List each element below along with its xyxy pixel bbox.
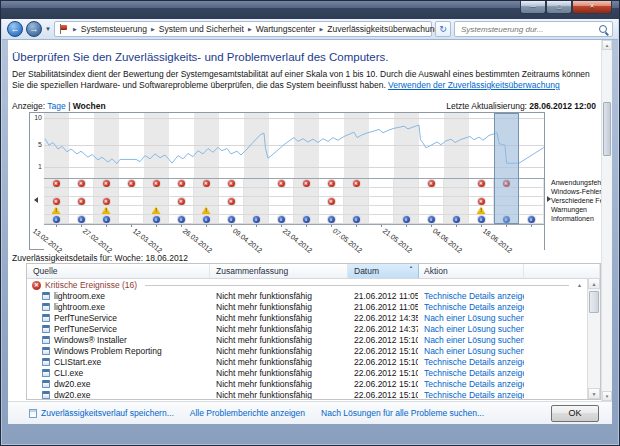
- table-row[interactable]: lightroom.exeNicht mehr funktionsfähig21…: [27, 290, 587, 301]
- event-cell: i: [444, 215, 469, 224]
- minimize-button[interactable]: —: [520, 1, 546, 14]
- error-icon: ✕: [78, 180, 85, 187]
- breadcrumb[interactable]: ▶Systemsteuerung▶System und Sicherheit▶W…: [54, 21, 432, 37]
- table-row[interactable]: CLI.exeNicht mehr funktionsfähig22.06.20…: [27, 367, 587, 378]
- action-link[interactable]: Technische Details anzeigen: [424, 291, 524, 301]
- info-icon: i: [528, 216, 535, 223]
- error-icon: ✕: [178, 180, 185, 187]
- group-label: Kritische Ereignisse (16): [45, 280, 137, 290]
- back-button[interactable]: ←: [7, 21, 23, 37]
- column-header-quelle[interactable]: Quelle: [27, 264, 210, 278]
- source-cell: lightroom.exe: [27, 302, 210, 312]
- chart-plot[interactable]: [44, 113, 544, 178]
- table-scroll-down-icon[interactable]: ▼: [588, 388, 600, 399]
- forward-button[interactable]: →: [26, 21, 42, 37]
- ok-button[interactable]: OK: [551, 405, 599, 422]
- page-scrollbar-thumb[interactable]: [603, 102, 611, 156]
- breadcrumb-item[interactable]: Wartungscenter: [256, 24, 316, 34]
- action-link[interactable]: Technische Details anzeigen: [424, 302, 524, 312]
- action-link[interactable]: Technische Details anzeigen: [424, 357, 524, 367]
- action-link[interactable]: Nach einer Lösung suchen: [424, 324, 524, 334]
- event-cell: [144, 197, 169, 206]
- source-name: PerfTuneService: [54, 313, 117, 323]
- source-cell: Windows® Installer: [27, 335, 210, 345]
- view-weeks-selected[interactable]: Wochen: [73, 101, 106, 111]
- source-cell: dw20.exe: [27, 379, 210, 389]
- breadcrumb-item[interactable]: Zuverlässigkeitsüberwachung: [327, 24, 439, 34]
- column-header-datum[interactable]: Datum ▲: [348, 264, 419, 278]
- event-cell: [344, 206, 369, 215]
- event-cell: [69, 188, 94, 197]
- action-center-flag-icon: [59, 24, 68, 35]
- refresh-button[interactable]: ↻: [435, 21, 451, 37]
- action-link[interactable]: Technische Details anzeigen: [424, 390, 524, 400]
- event-cell: [394, 206, 419, 215]
- crumb-separator-icon: ▶: [151, 26, 155, 32]
- source-cell: PerfTuneService: [27, 324, 210, 334]
- view-all-reports-link[interactable]: Alle Problemberichte anzeigen: [190, 408, 305, 418]
- view-days-link[interactable]: Tage: [47, 101, 65, 111]
- table-scrollbar-thumb[interactable]: [589, 291, 599, 313]
- title-bar[interactable]: — ▢ ✕: [1, 1, 619, 19]
- maximize-button[interactable]: ▢: [546, 1, 572, 14]
- event-cell: [344, 197, 369, 206]
- table-row[interactable]: dw20.exeNicht mehr funktionsfähig22.06.2…: [27, 389, 587, 399]
- history-dropdown-icon[interactable]: ▼: [45, 26, 51, 32]
- axis-tick: [56, 225, 57, 227]
- breadcrumb-item[interactable]: System und Sicherheit: [159, 24, 244, 34]
- event-cell: [294, 188, 319, 197]
- event-cell: [419, 197, 444, 206]
- sort-ascending-icon: ▲: [409, 264, 413, 269]
- column-header-aktion[interactable]: Aktion: [418, 264, 524, 278]
- table-row[interactable]: CLIStart.exeNicht mehr funktionsfähig22.…: [27, 356, 587, 367]
- event-cell: [519, 179, 544, 188]
- event-cell: i: [219, 215, 244, 224]
- error-icon: ✕: [328, 180, 335, 187]
- y-axis-label: 5: [30, 141, 42, 148]
- table-scrollbar[interactable]: ▲ ▼: [587, 278, 600, 399]
- check-solutions-link[interactable]: Nach Lösungen für alle Probleme suchen..…: [321, 408, 484, 418]
- column-header-zusammenfassung[interactable]: Zusammenfassung: [210, 264, 348, 278]
- event-cell: [394, 197, 419, 206]
- breadcrumb-item[interactable]: Systemsteuerung: [81, 24, 147, 34]
- scroll-left-icon[interactable]: [34, 197, 38, 203]
- action-link[interactable]: Nach einer Lösung suchen: [424, 313, 524, 323]
- event-cell: [219, 188, 244, 197]
- table-row[interactable]: Windows Problem ReportingNicht mehr funk…: [27, 345, 587, 356]
- help-link[interactable]: Verwenden der Zuverlässigkeitsüberwachun…: [388, 80, 560, 90]
- table-row[interactable]: lightroom.exeNicht mehr funktionsfähig21…: [27, 301, 587, 312]
- info-icon: i: [428, 216, 435, 223]
- table-row[interactable]: Windows® InstallerNicht mehr funktionsfä…: [27, 334, 587, 345]
- search-input[interactable]: [459, 24, 599, 35]
- page-scrollbar[interactable]: ▲ ▼: [601, 40, 612, 401]
- table-scroll-up-icon[interactable]: ▲: [588, 278, 600, 289]
- error-icon: ✕: [78, 198, 85, 205]
- application-icon: [42, 325, 50, 333]
- collapse-group-icon[interactable]: ▲: [577, 282, 582, 288]
- chart-event-grid: ✕✕✕✕✕✕✕✕✕✕✕✕✕✕✕✕✕✕✕✕✕✕!!!!!iiiiiiiiiiiii…: [44, 178, 544, 224]
- source-name: dw20.exe: [54, 379, 90, 389]
- axis-tick: [106, 225, 107, 227]
- save-history-link[interactable]: Zuverlässigkeitsverlauf speichern...: [29, 408, 174, 418]
- info-icon: i: [153, 216, 160, 223]
- event-cell: [94, 188, 119, 197]
- action-link[interactable]: Nach einer Lösung suchen: [424, 346, 524, 356]
- action-link[interactable]: Technische Details anzeigen: [424, 368, 524, 378]
- page-scroll-up-icon[interactable]: ▲: [602, 40, 612, 50]
- info-icon: i: [303, 216, 310, 223]
- table-row[interactable]: dw20.exeNicht mehr funktionsfähig22.06.2…: [27, 378, 587, 389]
- event-cell: i: [319, 215, 344, 224]
- close-button[interactable]: ✕: [572, 1, 612, 14]
- page-scroll-down-icon[interactable]: ▼: [602, 391, 612, 401]
- table-row[interactable]: PerfTuneServiceNicht mehr funktionsfähig…: [27, 312, 587, 323]
- summary-cell: Nicht mehr funktionsfähig: [210, 379, 348, 389]
- event-cell: [244, 188, 269, 197]
- date-label: 26.03.2012: [181, 227, 213, 254]
- table-row[interactable]: PerfTuneServiceNicht mehr funktionsfähig…: [27, 323, 587, 334]
- action-link[interactable]: Nach einer Lösung suchen: [424, 335, 524, 345]
- details-title: Zuverlässigkeitsdetails für: Woche: 18.0…: [12, 253, 188, 263]
- action-cell: Technische Details anzeigen: [418, 390, 524, 400]
- action-link[interactable]: Technische Details anzeigen: [424, 379, 524, 389]
- axis-tick: [456, 225, 457, 227]
- search-box[interactable]: [454, 21, 613, 37]
